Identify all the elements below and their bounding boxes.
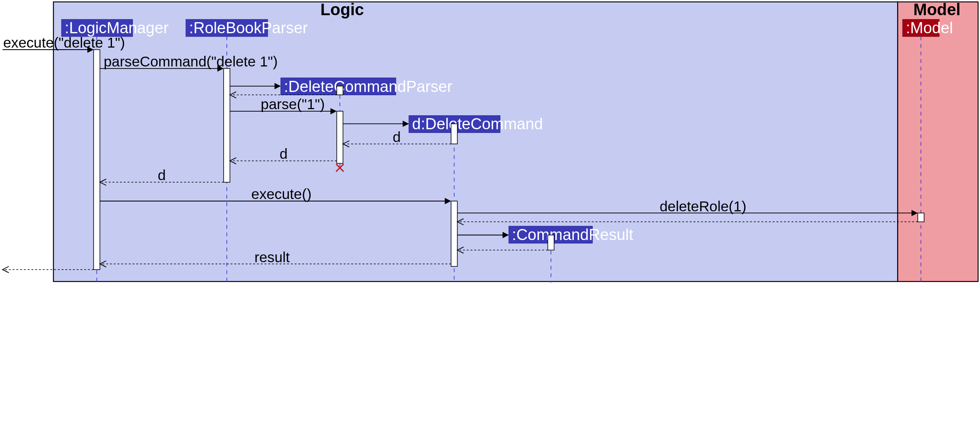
- activation-dc-1: [451, 124, 457, 144]
- activation-dc-2: [451, 201, 457, 266]
- activation-dcp-2: [337, 111, 343, 163]
- msg-d-2: d: [280, 146, 288, 162]
- msg-parse1: parse("1"): [261, 96, 325, 112]
- participant-rolebookparser-label: :RoleBookParser: [189, 19, 308, 37]
- activation-cr: [548, 235, 554, 250]
- activation-logicmanager: [94, 50, 100, 270]
- participant-commandresult-label: :CommandResult: [512, 226, 633, 243]
- msg-deleterole: deleteRole(1): [660, 198, 746, 214]
- sequence-diagram: Logic Model :LogicManager :RoleBookParse…: [0, 0, 980, 421]
- activation-model: [918, 213, 924, 222]
- frame-logic-label: Logic: [320, 0, 364, 18]
- msg-d-3: d: [158, 167, 166, 183]
- frame-logic: [53, 2, 898, 281]
- msg-d-1: d: [393, 129, 401, 145]
- activation-dcp-1: [337, 86, 343, 95]
- participant-logicmanager-label: :LogicManager: [65, 19, 169, 37]
- msg-parsecommand: parseCommand("delete 1"): [104, 53, 278, 69]
- activation-rolebookparser: [224, 69, 230, 182]
- participant-model-label: :Model: [906, 19, 953, 37]
- msg-execute-delete1: execute("delete 1"): [3, 34, 125, 50]
- msg-execute: execute(): [251, 186, 312, 202]
- frame-model: [898, 2, 978, 281]
- msg-result: result: [254, 249, 290, 265]
- frame-model-label: Model: [914, 0, 961, 18]
- participant-deletecommand-label: d:DeleteCommand: [412, 115, 543, 133]
- participant-deletecommandparser-label: :DeleteCommandParser: [284, 78, 452, 95]
